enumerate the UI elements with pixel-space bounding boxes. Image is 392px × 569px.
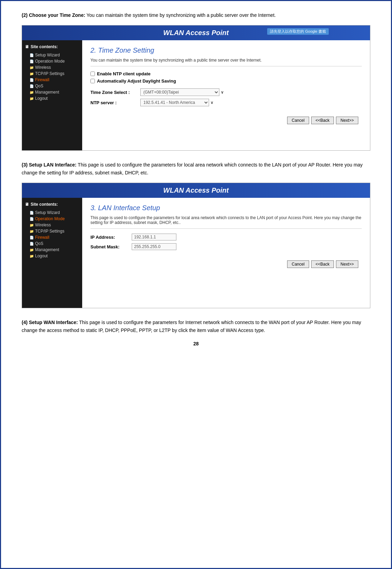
- next-button-2[interactable]: Next>>: [336, 260, 358, 268]
- sidebar-item-wireless-2[interactable]: 📁 Wireless: [25, 222, 79, 228]
- timezone-description: You can maintain the system time by sync…: [90, 58, 362, 66]
- sidebar-title-2: 🖥 Site contents:: [25, 202, 79, 207]
- doc-icon-2: 📄: [30, 60, 34, 63]
- wlan-panel-timezone: WLAN Access Point 請先登入以存取您的 Google 書籤 🖥 …: [22, 25, 370, 151]
- lan-description: This page is used to configure the param…: [90, 215, 362, 229]
- sidebar-item-operation-mode-2[interactable]: 📄 Operation Mode: [25, 216, 79, 222]
- ntp-checkbox[interactable]: [90, 72, 95, 76]
- doc-icon-7: 📄: [30, 236, 34, 239]
- sidebar-item-setup-wizard-1[interactable]: 📄 Setup Wizard: [25, 52, 79, 58]
- back-button-2[interactable]: <<Back: [311, 260, 334, 268]
- page-title-lan: 3. LAN Interface Setup: [90, 204, 362, 212]
- sidebar-item-management-2[interactable]: 📁 Management: [25, 247, 79, 253]
- lan-button-row: Cancel <<Back Next>>: [90, 260, 362, 268]
- sidebar-title-label-2: Site contents:: [31, 202, 58, 207]
- doc-icon-6: 📄: [30, 217, 34, 221]
- next-button-1[interactable]: Next>>: [336, 117, 358, 124]
- ip-address-input[interactable]: [132, 234, 176, 240]
- wlan-title-1: WLAN Access Point: [163, 29, 229, 36]
- lan-form: IP Address: Subnet Mask:: [90, 234, 362, 250]
- sidebar-item-qos-2[interactable]: 📄 QoS: [25, 240, 79, 247]
- doc-icon-5: 📄: [30, 211, 34, 215]
- ntp-server-label: NTP server :: [90, 100, 140, 105]
- sidebar-2: 🖥 Site contents: 📄 Setup Wizard 📄 Operat…: [22, 198, 82, 308]
- timezone-select[interactable]: (GMT+08:00)Taipei: [140, 88, 219, 96]
- sidebar-item-firewall-2[interactable]: 📄 Firewall: [25, 234, 79, 240]
- back-button-1[interactable]: <<Back: [311, 117, 334, 124]
- checkbox-daylight: Automatically Adjust Daylight Saving: [90, 78, 362, 84]
- section3-intro: (3) Setup LAN Interface: This page is us…: [22, 161, 370, 176]
- folder-icon-8: 📁: [30, 254, 34, 258]
- folder-icon-6: 📁: [30, 229, 34, 233]
- timezone-form: Time Zone Select : (GMT+08:00)Taipei ∨ N…: [90, 88, 362, 106]
- subnet-mask-label: Subnet Mask:: [90, 244, 132, 249]
- wlan-panel-lan: WLAN Access Point 🖥 Site contents: 📄 Set…: [22, 183, 370, 308]
- sidebar-item-tcpip-2[interactable]: 📁 TCP/IP Settings: [25, 228, 79, 234]
- sidebar-item-management-1[interactable]: 📁 Management: [25, 89, 79, 95]
- timezone-arrow: ∨: [221, 90, 224, 95]
- ntp-arrow: ∨: [210, 100, 214, 105]
- ntp-server-select[interactable]: 192.5.41.41 - North America: [140, 99, 209, 106]
- page-number: 28: [22, 341, 370, 346]
- folder-icon-5: 📁: [30, 223, 34, 227]
- section2-label: (2) Choose your Time Zone:: [22, 12, 85, 18]
- folder-icon-1: 📁: [30, 66, 34, 69]
- sidebar-item-setup-wizard-2[interactable]: 📄 Setup Wizard: [25, 210, 79, 216]
- folder-icon-2: 📁: [30, 72, 34, 76]
- sidebar-item-logout-2[interactable]: 📁 Logout: [25, 253, 79, 259]
- section4-intro: (4) Setup WAN Interface: This page is us…: [22, 319, 370, 334]
- timezone-button-row: Cancel <<Back Next>>: [90, 117, 362, 124]
- subnet-mask-row: Subnet Mask:: [90, 243, 362, 250]
- timezone-label: Time Zone Select :: [90, 90, 140, 95]
- ip-address-label: IP Address:: [90, 235, 132, 240]
- ntp-server-row: NTP server : 192.5.41.41 - North America…: [90, 99, 362, 106]
- cancel-button-2[interactable]: Cancel: [287, 260, 309, 268]
- ip-address-row: IP Address:: [90, 234, 362, 240]
- header-badge: 請先登入以存取您的 Google 書籤: [267, 28, 329, 35]
- sidebar-item-logout-1[interactable]: 📁 Logout: [25, 95, 79, 101]
- sidebar-item-operation-mode-1[interactable]: 📄 Operation Mode: [25, 58, 79, 64]
- folder-icon-4: 📁: [30, 97, 34, 100]
- checkbox-ntp-update: Enable NTP client update: [90, 71, 362, 76]
- sidebar-item-wireless-1[interactable]: 📁 Wireless: [25, 64, 79, 71]
- doc-icon-8: 📄: [30, 242, 34, 246]
- section3-label: (3) Setup LAN Interface:: [22, 162, 76, 168]
- sidebar-title-1: 🖥 Site contents:: [25, 44, 79, 49]
- timezone-row: Time Zone Select : (GMT+08:00)Taipei ∨: [90, 88, 362, 96]
- doc-icon-3: 📄: [30, 78, 34, 82]
- section2-text: You can maintain the system time by sync…: [85, 12, 276, 18]
- section4-label: (4) Setup WAN Interface:: [22, 320, 78, 325]
- doc-icon-4: 📄: [30, 84, 34, 88]
- folder-icon-7: 📁: [30, 248, 34, 252]
- sidebar-title-label-1: Site contents:: [31, 44, 58, 49]
- page-title-timezone: 2. Time Zone Setting: [90, 46, 362, 54]
- sidebar-item-firewall-1[interactable]: 📄 Firewall: [25, 77, 79, 83]
- main-content-timezone: 2. Time Zone Setting You can maintain th…: [82, 40, 370, 150]
- cancel-button-1[interactable]: Cancel: [287, 117, 309, 124]
- daylight-label: Automatically Adjust Daylight Saving: [97, 78, 176, 84]
- doc-icon-1: 📄: [30, 53, 34, 57]
- subnet-mask-input[interactable]: [132, 243, 176, 250]
- wlan-title-2: WLAN Access Point: [163, 186, 229, 194]
- folder-icon-3: 📁: [30, 90, 34, 94]
- sidebar-1: 🖥 Site contents: 📄 Setup Wizard 📄 Operat…: [22, 40, 82, 150]
- sidebar-item-tcpip-1[interactable]: 📁 TCP/IP Settings: [25, 71, 79, 77]
- monitor-icon-2: 🖥: [25, 202, 29, 207]
- section2-intro: (2) Choose your Time Zone: You can maint…: [22, 11, 370, 19]
- monitor-icon-1: 🖥: [25, 44, 29, 49]
- wlan-header-1: WLAN Access Point 請先登入以存取您的 Google 書籤: [22, 25, 370, 40]
- main-content-lan: 3. LAN Interface Setup This page is used…: [82, 198, 370, 308]
- wlan-header-2: WLAN Access Point: [22, 183, 370, 198]
- ntp-label: Enable NTP client update: [97, 71, 151, 76]
- sidebar-item-qos-1[interactable]: 📄 QoS: [25, 83, 79, 89]
- daylight-checkbox[interactable]: [90, 79, 95, 83]
